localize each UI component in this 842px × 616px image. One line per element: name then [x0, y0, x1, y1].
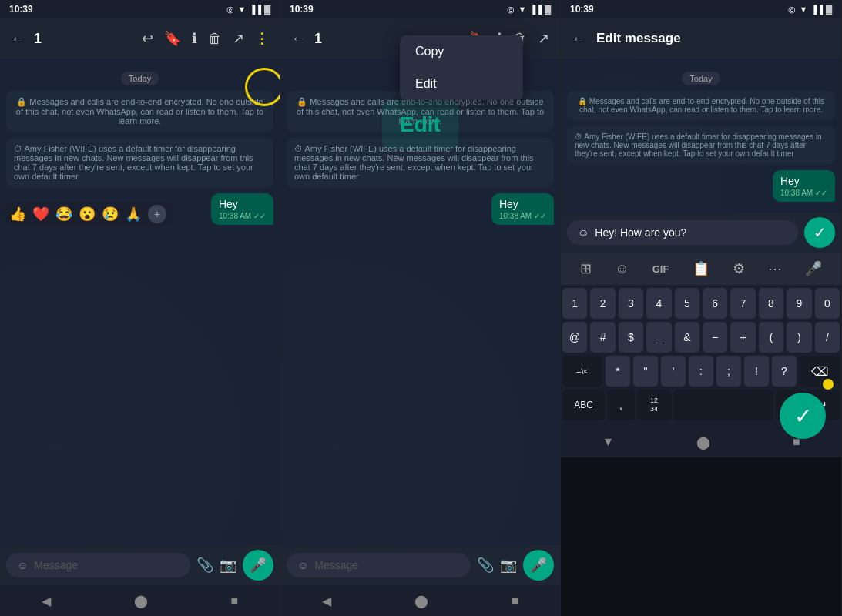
key-period[interactable]: .: [776, 390, 803, 420]
key-dollar[interactable]: $: [619, 322, 643, 353]
kb-grid-icon[interactable]: ⊞: [580, 260, 592, 277]
share-icon[interactable]: ↗: [230, 27, 247, 50]
key-minus[interactable]: −: [703, 322, 727, 353]
key-comma[interactable]: ,: [607, 390, 635, 420]
nav-home-icon-3[interactable]: ⬤: [696, 435, 710, 450]
context-copy-btn[interactable]: Copy: [400, 35, 523, 68]
kb-dots-icon[interactable]: ⋯: [768, 260, 782, 277]
nav-recents-icon-3[interactable]: ■: [793, 435, 800, 449]
bubble-content-3[interactable]: Hey 10:38 AM ✓✓: [773, 170, 835, 202]
bubble-content-1[interactable]: Hey 10:38 AM ✓✓: [211, 193, 273, 225]
key-plus[interactable]: +: [730, 322, 755, 353]
back-icon-2[interactable]: ←: [288, 28, 308, 50]
keyboard: 1 2 3 4 5 6 7 8 9 0 @ # $ _ & − + ( ) / …: [561, 285, 841, 427]
key-question[interactable]: ?: [772, 356, 797, 387]
key-enter[interactable]: ↵: [806, 390, 840, 420]
key-hash[interactable]: #: [590, 322, 615, 353]
nav-home-icon-1[interactable]: ⬤: [134, 594, 148, 608]
key-backspace[interactable]: ⌫: [800, 356, 840, 387]
add-reaction-btn[interactable]: +: [148, 205, 166, 223]
back-icon-3[interactable]: ←: [569, 28, 589, 50]
mic-button-1[interactable]: 🎤: [243, 550, 273, 581]
nav-home-icon-2[interactable]: ⬤: [414, 594, 428, 608]
key-5[interactable]: 5: [675, 288, 699, 319]
mic-button-2[interactable]: 🎤: [523, 550, 554, 581]
camera-icon-2[interactable]: 📷: [500, 557, 517, 574]
key-colon[interactable]: :: [689, 356, 713, 387]
placeholder-text-2: Message: [314, 559, 358, 571]
bubble-content-2[interactable]: Hey 10:38 AM ✓✓: [491, 193, 554, 225]
send-edit-button[interactable]: ✓: [804, 217, 835, 248]
key-openparen[interactable]: (: [759, 322, 783, 353]
key-closeparen[interactable]: ): [787, 322, 811, 353]
attach-icon-1[interactable]: 📎: [196, 557, 213, 574]
kb-settings-icon[interactable]: ⚙: [733, 260, 745, 277]
emoji-thumbsup[interactable]: 👍: [9, 206, 26, 223]
time-3: 10:39: [570, 4, 594, 15]
emoji-wow[interactable]: 😮: [79, 206, 96, 223]
chat-area-3: Today 🔒 Messages and calls are end-to-en…: [561, 59, 841, 213]
key-1[interactable]: 1: [562, 288, 587, 319]
key-abc[interactable]: ABC: [562, 390, 605, 420]
delete-icon[interactable]: 🗑: [205, 28, 225, 50]
key-semicolon[interactable]: ;: [716, 356, 741, 387]
attach-icon-2[interactable]: 📎: [477, 557, 494, 574]
back-icon-1[interactable]: ←: [8, 28, 28, 50]
bottom-bar-2: ☺ Message 📎 📷 🎤: [280, 545, 560, 585]
top-bar-actions-1: ↩ 🔖 ℹ 🗑 ↗ ⋮: [139, 27, 272, 50]
key-8[interactable]: 8: [759, 288, 783, 319]
info-icon[interactable]: ℹ: [189, 27, 200, 50]
message-input-2[interactable]: ☺ Message: [287, 553, 471, 578]
key-6[interactable]: 6: [703, 288, 727, 319]
nav-recents-icon-1[interactable]: ■: [230, 594, 238, 608]
bubble-text-3: Hey: [780, 175, 800, 187]
key-2[interactable]: 2: [590, 288, 615, 319]
key-star[interactable]: *: [606, 356, 630, 387]
key-space[interactable]: [673, 390, 773, 420]
share-icon-2[interactable]: ↗: [535, 27, 552, 50]
context-edit-btn[interactable]: Edit: [400, 68, 523, 100]
key-9[interactable]: 9: [787, 288, 811, 319]
status-bar-3: 10:39 ◎ ▼ ▐▐ ▓: [561, 0, 841, 18]
key-4[interactable]: 4: [646, 288, 671, 319]
key-numpad[interactable]: 1234: [637, 390, 671, 420]
kb-clipboard-icon[interactable]: 📋: [693, 260, 709, 277]
key-3[interactable]: 3: [619, 288, 643, 319]
camera-icon-1[interactable]: 📷: [220, 557, 236, 574]
nav-recents-icon-2[interactable]: ■: [511, 594, 518, 608]
message-input-1[interactable]: ☺ Message: [6, 553, 190, 578]
panel-3: 10:39 ◎ ▼ ▐▐ ▓ ← Edit message Today 🔒 Me…: [561, 0, 842, 616]
key-squote[interactable]: ': [661, 356, 686, 387]
more-icon[interactable]: ⋮: [252, 27, 272, 50]
emoji-btn-1[interactable]: ☺: [17, 559, 28, 571]
key-at[interactable]: @: [562, 322, 587, 353]
emoji-sad[interactable]: 😢: [102, 206, 119, 223]
bubble-text-2: Hey: [499, 198, 518, 210]
nav-bar-3: ▼ ⬤ ■: [561, 427, 841, 457]
key-underscore[interactable]: _: [646, 322, 671, 353]
key-ampersand[interactable]: &: [675, 322, 699, 353]
key-dquote[interactable]: ": [633, 356, 658, 387]
nav-back-icon-1[interactable]: ◀: [42, 594, 51, 608]
reply-icon[interactable]: ↩: [139, 27, 156, 50]
edit-text-field[interactable]: ☺ Hey! How are you?: [567, 220, 798, 245]
kb-emoji-icon[interactable]: ☺: [615, 261, 629, 277]
bookmark-icon[interactable]: 🔖: [161, 27, 184, 50]
key-exclaim[interactable]: !: [744, 356, 769, 387]
kb-gif-icon[interactable]: GIF: [652, 263, 669, 275]
emoji-heart[interactable]: ❤️: [32, 206, 49, 223]
nav-back-icon-2[interactable]: ◀: [322, 594, 331, 608]
nav-down-icon-3[interactable]: ▼: [602, 435, 614, 449]
emoji-pray[interactable]: 🙏: [125, 206, 142, 223]
top-bar-1: ← 1 ↩ 🔖 ℹ 🗑 ↗ ⋮: [0, 18, 280, 59]
edit-emoji-icon[interactable]: ☺: [578, 226, 589, 239]
kb-mic-icon[interactable]: 🎤: [805, 260, 822, 277]
key-0[interactable]: 0: [815, 288, 840, 319]
key-slash[interactable]: /: [815, 322, 840, 353]
check-mark-2: ✓✓: [534, 212, 546, 220]
key-7[interactable]: 7: [730, 288, 755, 319]
emoji-laugh[interactable]: 😂: [55, 206, 72, 223]
panel-1: 10:39 ◎ ▼ ▐▐ ▓ ← 1 ↩ 🔖 ℹ 🗑 ↗ ⋮ Today 🔒 M…: [0, 0, 280, 616]
key-switch-symbols[interactable]: =\<: [562, 356, 602, 387]
emoji-btn-2[interactable]: ☺: [297, 559, 308, 571]
